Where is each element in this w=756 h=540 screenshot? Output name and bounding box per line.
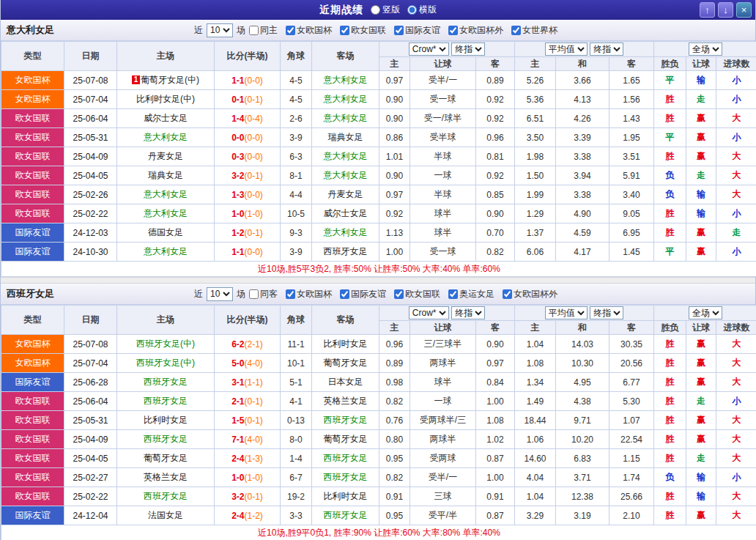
away-team-name: 西班牙女足	[324, 415, 368, 425]
same-venue-checkbox[interactable]	[249, 289, 259, 299]
avg-away-odds: 1.56	[609, 90, 654, 109]
window-title: 近期战绩	[319, 4, 363, 17]
same-venue-filter[interactable]: 同客	[249, 288, 278, 300]
half-time-score: (1-2)	[245, 511, 263, 521]
scope-select[interactable]: 全场	[689, 42, 722, 56]
avg-source-select[interactable]: 平均值	[545, 42, 588, 56]
match-score: 1-1(0-0)	[215, 243, 281, 262]
league-label: 欧女国联	[405, 288, 440, 300]
league-filter[interactable]: 欧女国联	[394, 288, 440, 300]
full-time-score: 1-0	[231, 473, 244, 483]
home-team-name: 西班牙女足	[144, 377, 188, 387]
layout-vertical-radio[interactable]: 竖版	[371, 4, 400, 16]
league-filter[interactable]: 女欧国杯外	[448, 24, 503, 37]
col-odds-away: 客	[476, 321, 515, 335]
match-row: 国际友谊24-10-30意大利女足1-1(0-0)3-9西班牙女足1.00受一球…	[1, 243, 756, 262]
filter-bar: 近 10 场 同客 女欧国杯 国际友谊 欧女国联 奥运女足 女欧国杯外	[1, 287, 755, 301]
league-checkbox[interactable]	[448, 26, 458, 35]
full-time-score: 1-2	[231, 228, 244, 238]
match-count-select[interactable]: 10	[207, 287, 233, 301]
league-checkbox[interactable]	[448, 289, 458, 299]
move-down-button[interactable]: ↓	[718, 2, 733, 18]
match-row: 女欧国杯25-07-04比利时女足(中)0-1(0-1)4-5意大利女足0.90…	[1, 90, 756, 109]
league-label: 女欧国杯	[297, 24, 332, 37]
league-filter[interactable]: 国际友谊	[394, 24, 440, 37]
col-avg-home: 主	[515, 57, 556, 71]
league-checkbox[interactable]	[286, 289, 295, 299]
avg-away-odds: 1.45	[609, 243, 654, 262]
italy-rows: 女欧国杯25-07-081葡萄牙女足(中)1-1(0-0)4-5意大利女足0.9…	[1, 71, 756, 262]
away-odds: 0.92	[476, 109, 515, 128]
half-time-score: (1-0)	[245, 209, 263, 219]
match-date: 25-02-22	[64, 487, 117, 506]
odds-source-select[interactable]: Crow*	[409, 42, 449, 56]
league-filter[interactable]: 国际友谊	[340, 288, 386, 300]
same-venue-filter[interactable]: 同主	[249, 24, 278, 37]
avg-time-select[interactable]: 终指	[590, 306, 623, 319]
avg-time-select[interactable]: 终指	[590, 42, 623, 56]
result-outcome: 胜	[654, 335, 686, 354]
league-label: 女欧国杯外	[459, 24, 503, 37]
close-button[interactable]: ×	[736, 2, 752, 18]
away-team: 比利时女足	[312, 487, 379, 506]
away-odds: 0.90	[476, 335, 515, 354]
league-checkbox[interactable]	[394, 289, 404, 299]
avg-draw-odds: 3.19	[556, 506, 609, 525]
match-date: 25-04-05	[64, 449, 117, 468]
handicap-outcome: 赢	[686, 411, 716, 430]
avg-away-odds: 5.91	[609, 166, 654, 185]
vertical-radio-input[interactable]	[371, 5, 380, 15]
league-filter[interactable]: 女欧国杯外	[503, 288, 557, 300]
half-time-score: (0-0)	[245, 247, 263, 257]
odds-source-select[interactable]: Crow*	[409, 306, 449, 319]
match-row: 欧女国联25-02-22西班牙女足3-2(0-1)19-2比利时女足0.91三球…	[1, 487, 756, 506]
avg-draw-odds: 4.95	[556, 373, 609, 392]
odds-time-select[interactable]: 终指	[451, 42, 485, 56]
league-filter[interactable]: 女欧国杯	[286, 288, 332, 300]
league-checkbox[interactable]	[503, 289, 512, 299]
avg-draw-odds: 4.17	[556, 243, 609, 262]
away-team-name: 威尔士女足	[324, 208, 368, 218]
home-team: 意大利女足	[117, 185, 215, 204]
match-date: 25-07-04	[64, 354, 117, 373]
scope-select[interactable]: 全场	[689, 306, 722, 319]
league-filter[interactable]: 女世界杯	[511, 24, 557, 37]
corner-score: 3-3	[281, 506, 312, 525]
layout-horizontal-radio[interactable]: 横版	[407, 4, 437, 16]
home-odds: 0.97	[379, 185, 410, 204]
match-count-select[interactable]: 10	[207, 23, 233, 37]
home-odds: 0.80	[379, 430, 410, 449]
league-filter[interactable]: 女欧国杯	[286, 24, 332, 37]
home-team-name: 葡萄牙女足	[144, 453, 188, 463]
avg-source-select[interactable]: 平均值	[545, 306, 588, 319]
avg-home-odds: 3.50	[515, 128, 556, 147]
league-checkbox[interactable]	[511, 26, 521, 35]
away-team: 西班牙女足	[312, 243, 379, 262]
same-venue-checkbox[interactable]	[249, 26, 259, 35]
league-checkbox[interactable]	[394, 26, 404, 35]
corner-score: 4-4	[281, 185, 312, 204]
home-odds: 0.97	[379, 71, 410, 90]
move-up-button[interactable]: ↑	[700, 2, 715, 18]
col-odds-away: 客	[476, 57, 515, 71]
goals-outcome: 大	[716, 109, 756, 128]
match-type-badge: 女欧国杯	[1, 90, 64, 109]
handicap-line: 三/三球半	[410, 335, 476, 354]
italy-results-table: 类型 日期 主场 比分(半场) 角球 客场 Crow* 终指 平均值 终指 全场	[1, 41, 756, 277]
match-row: 欧女国联25-02-22意大利女足1-0(1-0)10-5威尔士女足0.92球半…	[1, 204, 756, 223]
odds-time-select[interactable]: 终指	[451, 306, 485, 319]
league-checkbox[interactable]	[340, 26, 349, 35]
result-outcome: 胜	[654, 392, 686, 411]
match-date: 25-06-04	[64, 109, 117, 128]
goals-outcome: 大	[716, 185, 756, 204]
away-team-name: 西班牙女足	[324, 453, 368, 463]
league-filter[interactable]: 欧女国联	[340, 24, 386, 37]
league-checkbox[interactable]	[286, 26, 295, 35]
avg-draw-odds: 6.83	[556, 449, 609, 468]
col-type: 类型	[1, 42, 64, 71]
horizontal-radio-input[interactable]	[407, 5, 417, 15]
league-checkbox[interactable]	[340, 289, 349, 299]
corner-score: 1-4	[281, 449, 312, 468]
match-date: 25-02-26	[64, 185, 117, 204]
league-filter[interactable]: 奥运女足	[448, 288, 494, 300]
